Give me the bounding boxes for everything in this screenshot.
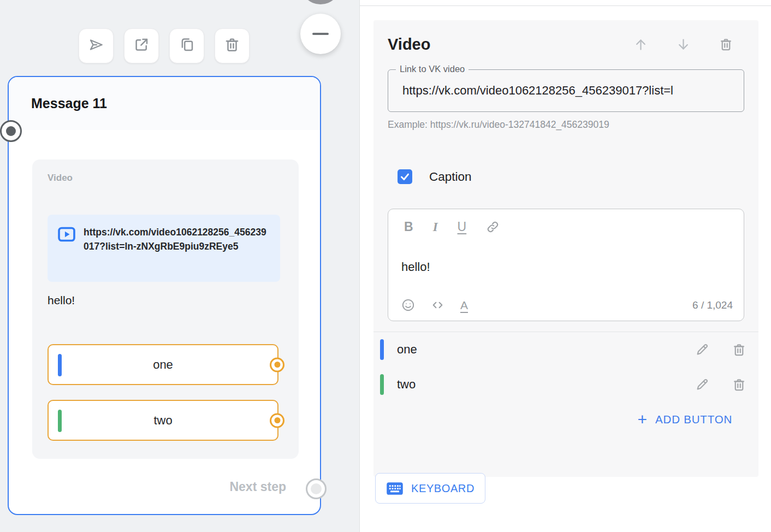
video-play-icon — [57, 225, 76, 244]
canvas-button-one[interactable]: one — [48, 344, 278, 385]
open-button[interactable] — [124, 28, 159, 63]
pencil-icon — [695, 377, 709, 392]
button-color-bar — [380, 339, 384, 360]
panel-title: Video — [388, 36, 633, 54]
trash-icon — [224, 37, 240, 55]
delete-block-button[interactable] — [719, 37, 733, 52]
next-step-label: Next step — [229, 480, 286, 494]
button-output-port[interactable] — [270, 413, 284, 428]
code-button[interactable] — [431, 298, 444, 312]
minus-icon — [312, 33, 329, 35]
add-button[interactable]: + ADD BUTTON — [388, 411, 744, 428]
zoom-out-button[interactable] — [300, 14, 341, 54]
char-counter: 6 / 1,024 — [692, 299, 733, 311]
run-button[interactable] — [79, 28, 114, 63]
video-link-input[interactable]: Link to VK video https://vk.com/video106… — [388, 69, 744, 112]
video-link-chip[interactable]: https://vk.com/video1062128256_456239017… — [48, 215, 280, 282]
arrow-down-icon — [676, 37, 691, 52]
edit-button[interactable] — [695, 342, 709, 357]
italic-button[interactable]: I — [433, 221, 438, 233]
button-output-port[interactable] — [270, 357, 284, 372]
code-icon — [431, 298, 444, 312]
trash-icon — [732, 377, 746, 392]
pencil-icon — [695, 342, 709, 357]
caption-checkbox-label: Caption — [429, 170, 472, 184]
run-icon — [88, 37, 104, 55]
emoji-button[interactable] — [401, 298, 415, 312]
delete-button[interactable] — [732, 377, 746, 392]
video-block-label: Video — [48, 173, 73, 184]
move-up-button[interactable] — [633, 37, 648, 52]
trash-icon — [719, 37, 733, 52]
keyboard-button-label: KEYBOARD — [411, 482, 475, 495]
link-icon — [486, 220, 500, 234]
button-color-bar — [58, 354, 62, 376]
caption-checkbox[interactable] — [398, 169, 412, 184]
keyboard-icon — [386, 482, 404, 495]
add-button-label: ADD BUTTON — [655, 413, 732, 426]
canvas-button-label: one — [153, 358, 173, 372]
emoji-icon — [401, 298, 415, 312]
underline-button[interactable]: U — [458, 221, 467, 233]
open-in-new-icon — [133, 37, 150, 55]
flow-canvas[interactable]: Message 11 Video https://vk.com/video106… — [0, 0, 359, 532]
keyboard-button[interactable]: KEYBOARD — [375, 473, 485, 504]
bold-button[interactable]: B — [404, 221, 413, 233]
text-color-button[interactable]: A — [460, 299, 468, 311]
caption-text: hello! — [48, 294, 75, 307]
next-step-port[interactable] — [306, 478, 327, 499]
move-down-button[interactable] — [676, 37, 691, 52]
button-row-label: two — [397, 377, 695, 392]
canvas-button-label: two — [153, 413, 172, 428]
video-link-input-value[interactable]: https://vk.com/video1062128256_456239017… — [402, 84, 736, 98]
video-link-input-label: Link to VK video — [396, 64, 468, 74]
button-row-one: one — [373, 332, 758, 367]
insert-link-button[interactable] — [486, 220, 500, 234]
message-node-header[interactable]: Message 11 — [9, 77, 320, 130]
video-url-text: https://vk.com/video1062128256_456239017… — [84, 225, 267, 271]
caption-editor[interactable]: B I U hello! A 6 / 1,024 — [388, 209, 744, 321]
message-node[interactable]: Message 11 Video https://vk.com/video106… — [8, 76, 321, 515]
duplicate-icon — [179, 37, 195, 55]
video-settings-card: Video Link to VK video https://vk.com/vi… — [373, 20, 758, 477]
panel-top-divider — [360, 5, 771, 6]
edit-button[interactable] — [695, 377, 709, 392]
plus-icon: + — [638, 411, 648, 428]
delete-button[interactable] — [732, 342, 746, 357]
arrow-up-icon — [633, 37, 648, 52]
button-color-bar — [58, 410, 62, 432]
check-icon — [399, 171, 411, 182]
trash-icon — [732, 342, 746, 357]
link-example-text: Example: https://vk.ru/video-132741842_4… — [388, 119, 744, 131]
caption-editor-text[interactable]: hello! — [401, 260, 430, 274]
button-row-two: two — [373, 367, 758, 402]
node-title: Message 11 — [31, 96, 107, 111]
node-input-port[interactable] — [0, 120, 22, 142]
canvas-button-two[interactable]: two — [48, 400, 278, 441]
button-color-bar — [380, 374, 384, 395]
zoom-in-button-partial[interactable] — [300, 0, 341, 4]
button-row-label: one — [397, 342, 695, 357]
video-block-preview[interactable]: Video https://vk.com/video1062128256_456… — [32, 159, 299, 459]
duplicate-button[interactable] — [169, 28, 204, 63]
delete-node-button[interactable] — [215, 28, 250, 63]
settings-panel: Video Link to VK video https://vk.com/vi… — [359, 0, 771, 532]
